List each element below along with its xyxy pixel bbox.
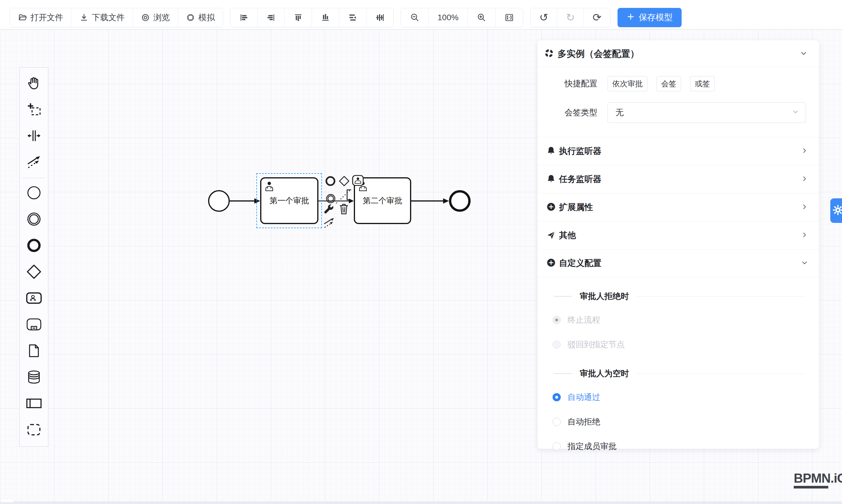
panel-sections: 执行监听器 任务监听器 扩展属性 其他 自定义配置: [538, 137, 819, 277]
quick-option-countersign-button[interactable]: 会签: [656, 76, 681, 91]
append-user-task-button[interactable]: [352, 174, 364, 188]
sign-type-value: 无: [615, 107, 792, 118]
fit-viewport-button[interactable]: [495, 8, 523, 27]
radio-label: 自动拒绝: [567, 416, 600, 427]
chevron-down-icon[interactable]: [800, 49, 808, 58]
end-event-node[interactable]: [449, 190, 471, 212]
download-file-button[interactable]: 下载文件: [71, 8, 133, 27]
redo-button[interactable]: ↻: [557, 8, 584, 27]
reject-group-title: 审批人拒绝时: [538, 291, 819, 302]
data-store-icon: [27, 370, 41, 386]
history-button-group: ↺ ↻ ⟳: [530, 8, 611, 27]
top-toolbar: 打开文件 下载文件 浏览 模拟: [10, 8, 682, 27]
delete-button[interactable]: [338, 202, 350, 216]
chevron-right-icon: [801, 175, 808, 184]
radio-button[interactable]: [552, 442, 561, 450]
settings-tab[interactable]: [830, 198, 842, 223]
chevron-right-icon: [801, 203, 808, 212]
append-text-annotation-button[interactable]: [345, 189, 353, 202]
save-model-button[interactable]: 保存模型: [617, 8, 682, 27]
undo-button[interactable]: ↺: [531, 8, 557, 27]
bpmn-io-logo-underline: [794, 486, 828, 488]
empty-group-title: 审批人为空时: [538, 368, 819, 379]
wrench-icon: [323, 212, 335, 216]
reset-button[interactable]: ⟳: [584, 8, 610, 27]
palette-participant-pool[interactable]: [20, 391, 48, 417]
sign-type-select[interactable]: 无: [608, 102, 806, 123]
reject-group-title-text: 审批人拒绝时: [580, 291, 629, 302]
start-event-node[interactable]: [208, 190, 230, 212]
redo-icon: ↻: [566, 12, 575, 23]
palette-intermediate-event[interactable]: [20, 206, 48, 233]
zoom-out-button[interactable]: [401, 8, 429, 27]
space-tool-icon: [27, 128, 41, 144]
palette-subprocess[interactable]: [20, 312, 48, 338]
radio-button[interactable]: [552, 393, 561, 401]
section-task-listener[interactable]: 任务监听器: [538, 165, 819, 193]
connect-tool-button[interactable]: [323, 216, 336, 231]
section-custom-config[interactable]: 自定义配置: [538, 249, 819, 277]
hand-tool[interactable]: [20, 71, 48, 97]
section-extended-properties[interactable]: 扩展属性: [538, 193, 819, 221]
align-center-horizontal-button[interactable]: [339, 8, 366, 27]
quick-option-sequential-button[interactable]: 依次审批: [608, 76, 647, 91]
radio-button[interactable]: [552, 418, 561, 426]
align-left-button[interactable]: [230, 8, 258, 27]
horizontal-scrollbar-track[interactable]: [0, 501, 842, 504]
horizontal-scrollbar-thumb[interactable]: [0, 498, 14, 503]
append-end-event-button[interactable]: [324, 175, 336, 188]
chevron-right-icon: [801, 231, 808, 240]
send-icon: [546, 230, 556, 241]
palette-group[interactable]: [20, 417, 48, 444]
section-execution-listener[interactable]: 执行监听器: [538, 137, 819, 165]
bell-icon: [546, 174, 556, 184]
align-right-button[interactable]: [258, 8, 285, 27]
palette-user-task[interactable]: [20, 286, 48, 312]
lasso-tool[interactable]: [20, 97, 48, 123]
panel-header[interactable]: 多实例（会签配置）: [538, 40, 819, 67]
change-type-button[interactable]: [323, 203, 335, 217]
global-connect-tool[interactable]: [20, 149, 48, 176]
palette-start-event[interactable]: [20, 180, 48, 206]
zoom-out-icon: [410, 13, 420, 22]
align-bottom-button[interactable]: [312, 8, 339, 27]
align-top-button[interactable]: [285, 8, 312, 27]
simulate-button[interactable]: 模拟: [178, 8, 223, 27]
plus-circle-icon: [546, 202, 556, 213]
user-task-icon: [26, 290, 42, 307]
quick-config-row: 快捷配置 依次审批 会签 或签: [538, 75, 819, 92]
quick-option-orsign-button[interactable]: 或签: [690, 76, 715, 91]
properties-panel: 多实例（会签配置） 快捷配置 依次审批 会签 或签 会签类型 无 执行监听器: [538, 40, 819, 449]
radio-auto-pass[interactable]: 自动通过: [538, 391, 819, 404]
append-user-task-icon: [352, 182, 364, 187]
align-top-icon: [294, 13, 303, 22]
section-other[interactable]: 其他: [538, 221, 819, 249]
distribute-vertical-button[interactable]: [366, 8, 393, 27]
palette-data-store[interactable]: [20, 364, 48, 391]
radio-terminate-process: 终止流程: [538, 313, 819, 326]
align-center-horizontal-icon: [348, 13, 357, 22]
end-event-icon: [27, 238, 41, 254]
file-button-group: 打开文件 下载文件 浏览 模拟: [10, 8, 223, 27]
radio-label: 指定成员审批: [567, 441, 617, 452]
participant-pool-icon: [25, 395, 42, 413]
radio-auto-reject[interactable]: 自动拒绝: [538, 415, 819, 428]
connect-arrows-icon: [323, 226, 336, 231]
align-right-icon: [266, 13, 276, 22]
start-event-icon: [27, 185, 41, 201]
append-gateway-button[interactable]: [338, 175, 350, 188]
open-file-button[interactable]: 打开文件: [10, 8, 71, 27]
align-button-group: [230, 8, 393, 27]
palette-separator: [22, 178, 46, 178]
plus-icon: [627, 13, 635, 23]
zoom-in-button[interactable]: [468, 8, 495, 27]
space-tool[interactable]: [20, 123, 48, 149]
radio-button: [552, 316, 561, 324]
task-node-first[interactable]: 第一个审批: [260, 177, 318, 224]
palette-gateway[interactable]: [20, 259, 48, 286]
radio-button: [552, 341, 561, 349]
palette-end-event[interactable]: [20, 233, 48, 259]
palette-data-object[interactable]: [20, 338, 48, 364]
browse-button[interactable]: 浏览: [133, 8, 178, 27]
radio-assign-member[interactable]: 指定成员审批: [538, 440, 819, 453]
